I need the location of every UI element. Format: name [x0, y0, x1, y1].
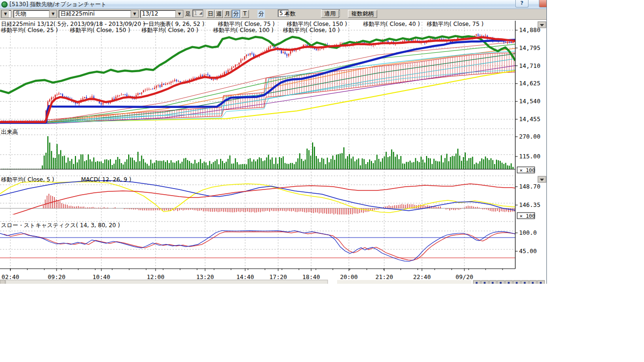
time-label: 09:20: [48, 273, 66, 280]
chevron-down-icon[interactable]: ▼: [49, 10, 57, 17]
time-label: 22:40: [413, 273, 431, 280]
price-tick-label: 14,625: [519, 80, 540, 87]
time-label: 20:00: [340, 273, 358, 280]
multiplier-label: × 100: [520, 167, 535, 173]
multiplier-label: × 100: [520, 213, 535, 219]
price-tick-label: 14,795: [519, 44, 540, 51]
ashi-stepper[interactable]: 1: [192, 9, 203, 17]
mini-toolbar-glyph: [508, 282, 510, 284]
mini-toolbar-glyph: [492, 282, 494, 284]
toolbar: ▼ 先物 ▼ 日経225mini ▼ 13/12 ▼ 足 1 日 週 月 分 T…: [0, 9, 546, 20]
ma-thin-purple: [47, 66, 515, 123]
price-tick-label: 14,710: [519, 62, 540, 69]
macd-tick-label: 146.35: [519, 201, 540, 208]
chevron-down-icon[interactable]: ▼: [1, 10, 9, 17]
stoch-k-line: [0, 230, 515, 261]
help-button[interactable]: ?: [515, 0, 528, 8]
ma-thin-orange: [47, 49, 515, 123]
mini-toolbar-glyph: [524, 282, 526, 284]
app-icon: [1, 1, 8, 8]
time-label: 10:40: [92, 273, 110, 280]
chevron-down-icon[interactable]: ▼: [175, 10, 183, 17]
stoch-tick-label: 100.0: [519, 229, 537, 236]
time-label: 02:40: [1, 273, 19, 280]
macd-tick-label: 148.70: [519, 183, 540, 190]
time-label: 18:40: [302, 273, 320, 280]
mini-toolbar-glyph: [540, 282, 542, 284]
macd-panel: [0, 181, 515, 215]
tf-tick-button[interactable]: T: [241, 10, 249, 18]
price-tick-label: 14,880: [519, 26, 540, 33]
price-panel: [0, 33, 515, 123]
apply-button[interactable]: 適用: [321, 10, 339, 18]
price-tick-label: 14,455: [519, 115, 540, 123]
time-label: 17:20: [269, 273, 287, 280]
count-label: 本数: [284, 10, 296, 18]
chart-canvas[interactable]: 14,88014,79514,71014,62514,54014,455270.…: [0, 20, 547, 284]
symbol-select[interactable]: 日経225mini ▼: [58, 10, 139, 18]
mini-dropdown[interactable]: ▼: [1, 10, 11, 18]
volume-bars: [2, 136, 513, 169]
minute-label: 分: [257, 10, 265, 18]
chart-area[interactable]: 14,88014,79514,71014,62514,54014,455270.…: [0, 20, 547, 284]
ichimoku-cyan-upper: [47, 51, 515, 122]
h-scrollbar-thumb[interactable]: [6, 280, 328, 284]
close-button[interactable]: [539, 0, 547, 8]
tf-month-button[interactable]: 月: [223, 10, 231, 18]
volume-panel: [2, 136, 513, 169]
stoch-panel: [0, 230, 519, 261]
h-scrollbar-gap: [327, 280, 337, 284]
volume-tick-label: 115.00: [519, 153, 540, 160]
time-label: 14:40: [236, 273, 254, 280]
chevron-down-icon[interactable]: ▼: [131, 10, 138, 17]
ichimoku-senkou-b: [47, 72, 515, 123]
ashi-label: 足: [185, 10, 191, 18]
stoch-d-line: [4, 232, 519, 261]
volume-tick-label: 270.00: [519, 133, 540, 140]
time-label: 13:20: [196, 273, 214, 280]
ichimoku-senkou-a: [47, 53, 515, 120]
price-tick-label: 14,540: [519, 98, 540, 105]
mini-toolbar-glyph: [484, 282, 486, 284]
desktop: [5130] 指数先物/オプションチャート ? ▼ 先物 ▼ 日経225mini…: [0, 0, 644, 362]
time-label: 21:20: [375, 273, 393, 280]
window-title: [5130] 指数先物/オプションチャート: [9, 0, 107, 8]
mini-toolbar-glyph: [532, 282, 534, 284]
tf-week-button[interactable]: 週: [215, 10, 223, 18]
mini-toolbar-glyph: [476, 282, 478, 284]
titlebar[interactable]: [5130] 指数先物/オプションチャート ?: [0, 0, 546, 9]
chart-window: [5130] 指数先物/オプションチャート ? ▼ 先物 ▼ 日経225mini…: [0, 0, 547, 284]
macd-signal-red: [0, 184, 515, 215]
h-scrollbar-left-button[interactable]: [0, 280, 5, 284]
mini-toolbar-glyph: [500, 282, 502, 284]
multi-symbol-button[interactable]: 複数銘柄: [348, 10, 377, 18]
contract-select[interactable]: 13/12 ▼: [140, 10, 183, 18]
tf-day-button[interactable]: 日: [206, 10, 215, 18]
time-label: 12:00: [147, 273, 165, 280]
category-select[interactable]: 先物 ▼: [13, 10, 57, 18]
tf-minute-button[interactable]: 分: [232, 10, 240, 18]
stoch-tick-label: 45.00: [519, 247, 537, 255]
mini-toolbar-glyph: [516, 282, 518, 284]
time-label: 09/20: [455, 273, 473, 280]
ichimoku-cloud-hatch: [47, 53, 514, 123]
